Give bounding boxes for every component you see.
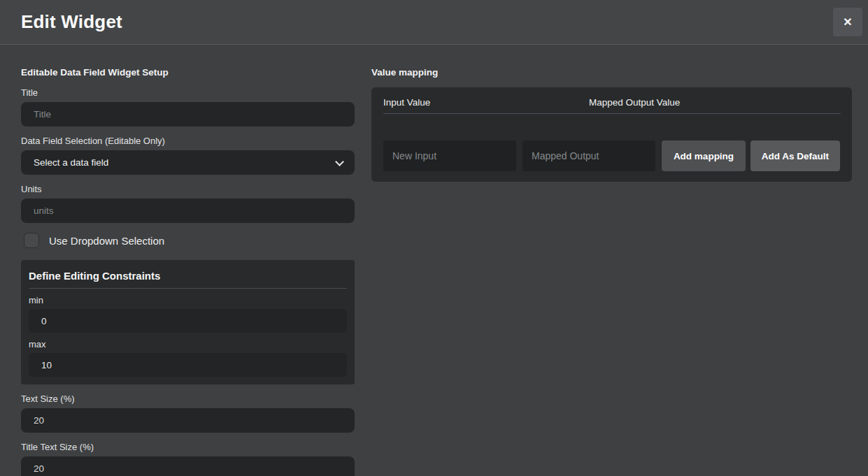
min-input[interactable] [29,309,347,333]
add-as-default-button[interactable]: Add As Default [750,140,840,171]
value-mapping-heading: Value mapping [371,67,852,78]
editing-constraints-heading: Define Editing Constraints [29,269,347,289]
chevron-down-icon [335,157,344,166]
max-label: max [29,339,347,349]
data-field-select-value: Select a data field [34,157,108,168]
close-button[interactable]: ✕ [833,8,862,36]
text-size-input[interactable] [21,408,355,433]
title-text-size-input[interactable] [21,456,355,476]
modal-body: Editable Data Field Widget Setup Title D… [0,45,868,476]
units-label: Units [21,184,355,194]
value-mapping-controls: Add mapping Add As Default [383,140,841,171]
edit-widget-modal: Edit Widget ✕ Editable Data Field Widget… [0,0,868,476]
value-mapping-table-header: Input Value Mapped Output Value [383,97,841,114]
new-input-field[interactable] [383,140,516,171]
title-text-size-label: Title Text Size (%) [21,442,355,452]
editing-constraints-panel: Define Editing Constraints min max [21,260,355,384]
modal-title: Edit Widget [21,11,122,33]
value-mapping-section: Value mapping Input Value Mapped Output … [371,67,852,182]
max-input[interactable] [29,353,347,377]
input-value-column-header: Input Value [383,97,589,108]
widget-setup-section: Editable Data Field Widget Setup Title D… [21,67,355,476]
mapped-output-value-column-header: Mapped Output Value [589,97,841,108]
widget-setup-heading: Editable Data Field Widget Setup [21,67,355,78]
value-mapping-panel: Input Value Mapped Output Value Add mapp… [371,87,852,182]
data-field-select[interactable]: Select a data field [21,150,355,175]
use-dropdown-selection-row: Use Dropdown Selection [24,233,355,248]
data-field-selection-label: Data Field Selection (Editable Only) [21,136,355,146]
use-dropdown-selection-checkbox[interactable] [24,233,39,248]
title-input[interactable] [21,102,355,127]
min-label: min [29,295,347,305]
modal-header: Edit Widget [0,0,868,45]
use-dropdown-selection-label: Use Dropdown Selection [49,235,164,247]
text-size-label: Text Size (%) [21,394,355,404]
add-mapping-button[interactable]: Add mapping [662,140,746,171]
mapped-output-field[interactable] [522,140,655,171]
units-input[interactable] [21,199,355,223]
close-icon: ✕ [843,15,852,29]
title-label: Title [21,87,355,98]
